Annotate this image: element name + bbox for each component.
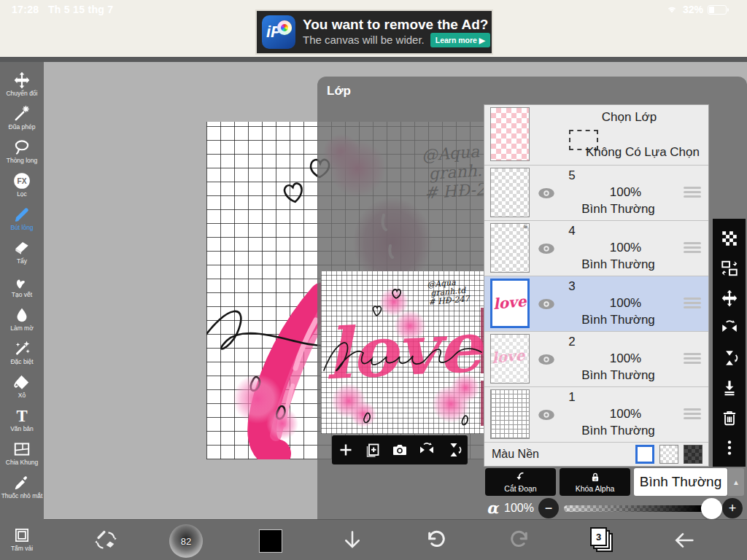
tool-label: Văn bản (10, 426, 34, 432)
layer-menu-icon[interactable] (684, 408, 701, 419)
layer-menu-icon[interactable] (684, 242, 701, 253)
tool-icon (12, 339, 31, 358)
undo-icon[interactable] (425, 528, 448, 551)
sidebar-tool-eyedropper[interactable]: Thuốc nhỏ mắt (0, 470, 44, 503)
layer-move-icon[interactable] (720, 289, 739, 308)
redo-icon[interactable] (508, 528, 531, 551)
sidebar-tool-filter[interactable]: Lọc (0, 168, 44, 201)
bg-swatch-transparent[interactable] (659, 445, 678, 464)
layer-flip-vertical-icon[interactable] (720, 349, 739, 368)
import-photo-camera-icon[interactable] (391, 441, 409, 459)
blend-mode-select[interactable]: Bình Thường (634, 468, 727, 496)
opacity-plus-button[interactable]: + (722, 498, 743, 518)
opacity-slider-knob[interactable] (701, 498, 722, 519)
back-arrow-icon[interactable] (673, 529, 696, 552)
alpha-lock-button[interactable]: Khóa Alpha (560, 468, 630, 496)
layer-visibility-eye-icon[interactable] (537, 405, 556, 424)
blend-mode-expand-button[interactable]: ▲ (728, 468, 744, 496)
brush-size-preview[interactable]: 82 (169, 524, 203, 558)
layer-opacity: 100% (572, 296, 679, 311)
sidebar-tool-bucket[interactable]: Xô (0, 369, 44, 402)
sidebar-tool-magic-wand[interactable]: Đũa phép (0, 101, 44, 134)
tool-icon (12, 272, 31, 291)
layer-thumbnail: love (490, 279, 530, 328)
layer-menu-icon[interactable] (684, 187, 701, 198)
canvas-preview[interactable]: love @Aqua granh.td # HĐ-247 (321, 271, 485, 434)
tool-label: Thuốc nhỏ mắt (1, 493, 43, 499)
ibispaint-logo: iP (262, 15, 295, 49)
sidebar-tool-lasso[interactable]: Thòng long (0, 134, 44, 168)
bg-swatch-white[interactable] (635, 445, 654, 464)
down-arrow-icon[interactable] (341, 529, 363, 551)
ad-title: You want to remove the Ad? (303, 17, 490, 33)
layer-flip-horizontal-icon[interactable] (720, 319, 739, 338)
layer-visibility-eye-icon[interactable] (537, 350, 556, 369)
sidebar-tool-blur[interactable]: Làm mờ (0, 302, 44, 335)
layer-transfer-icon[interactable] (720, 259, 739, 278)
layer-row-4[interactable]: 4 100% Bình Thường (484, 221, 708, 276)
layer-thumbnail (490, 223, 530, 273)
brush-size-value: 82 (181, 536, 191, 547)
clock: 17:28 (12, 4, 39, 15)
delete-layer-icon[interactable] (720, 408, 739, 427)
layer-menu-icon[interactable] (684, 298, 701, 308)
thumbnail-art: love (492, 292, 527, 313)
sidebar-tool-special[interactable]: Đặc biệt (0, 335, 44, 369)
layer-row-3[interactable]: love 3 100% Bình Thường (484, 276, 708, 332)
layer-blend-mode: Bình Thường (557, 424, 679, 438)
layer-menu-icon[interactable] (684, 353, 701, 364)
layer-visibility-eye-icon[interactable] (537, 184, 556, 203)
page-front: 3 (590, 527, 607, 546)
tool-label: Chia Khung (6, 459, 38, 466)
battery-icon (708, 5, 727, 15)
wifi-icon (665, 4, 678, 15)
layer-row-5[interactable]: 5 100% Bình Thường (484, 166, 708, 221)
transparency-checker-icon[interactable] (720, 229, 739, 248)
layer-opacity: 100% (572, 351, 679, 366)
opacity-slider[interactable] (564, 505, 713, 512)
tool-label: Tạo vết (12, 292, 32, 298)
layer-visibility-eye-icon[interactable] (537, 239, 556, 258)
ad-subtitle: The canvas will be wider. (303, 34, 425, 46)
sidebar-tool-eraser[interactable]: Tẩy (0, 235, 44, 268)
status-time-date: 17:28 Th 5 15 thg 7 (12, 4, 113, 15)
layer-panel-toggle[interactable]: 3 (589, 527, 616, 553)
current-color-swatch[interactable] (259, 529, 282, 553)
opacity-minus-button[interactable]: − (538, 498, 559, 518)
layer-count: 3 (596, 532, 601, 542)
sidebar-tool-transform[interactable]: Chuyển đổi (0, 67, 44, 101)
sidebar-tool-smudge[interactable]: Tạo vết (0, 268, 44, 302)
sidebar-tool-divide-frame[interactable]: Chia Khung (0, 436, 44, 470)
clipping-button[interactable]: Cắt Đoạn (485, 468, 556, 496)
layer-blend-mode: Bình Thường (557, 313, 679, 327)
tool-icon (12, 171, 31, 190)
layer-thumbnail (490, 168, 530, 217)
layer-row-1[interactable]: 1 100% Bình Thường (484, 387, 708, 443)
add-layer-icon[interactable] (337, 441, 355, 459)
layer-row-2[interactable]: love 2 100% Bình Thường (484, 332, 708, 387)
ad-banner[interactable]: iP You want to remove the Ad? The canvas… (255, 9, 493, 55)
select-layer-row[interactable]: Chọn Lớp Không Có Lựa Chọn (484, 105, 708, 166)
merge-down-icon[interactable] (720, 378, 739, 397)
add-layer-from-canvas-icon[interactable] (364, 441, 382, 459)
layer-number: 5 (557, 168, 587, 183)
opacity-control: α 100% − + (485, 497, 744, 519)
brush-eraser-swap-icon[interactable] (93, 528, 118, 553)
more-options-icon[interactable] (720, 438, 739, 457)
flip-vertical-icon[interactable] (445, 441, 462, 459)
flip-horizontal-icon[interactable] (418, 441, 436, 459)
opacity-value: 100% (504, 502, 534, 515)
learn-more-button[interactable]: Learn more ▶ (430, 33, 490, 47)
sidebar-tool-text[interactable]: Văn bản (0, 402, 44, 436)
tool-sidebar: Chuyển đổi Đũa phép Thòng long Lọc Bút l… (0, 62, 44, 560)
bg-swatch-dark[interactable] (684, 445, 703, 464)
tool-icon (12, 406, 31, 425)
tool-label: Chuyển đổi (6, 90, 37, 97)
tool-label: Đặc biệt (10, 359, 33, 365)
layer-visibility-eye-icon[interactable] (537, 295, 556, 314)
clipping-icon (514, 471, 527, 484)
tool-icon (12, 71, 31, 90)
sidebar-tool-brush[interactable]: Bút lông (0, 201, 44, 235)
layers-panel-title: Lớp (327, 84, 351, 98)
sidebar-tool-canvas[interactable]: Tấm vải (0, 522, 44, 556)
